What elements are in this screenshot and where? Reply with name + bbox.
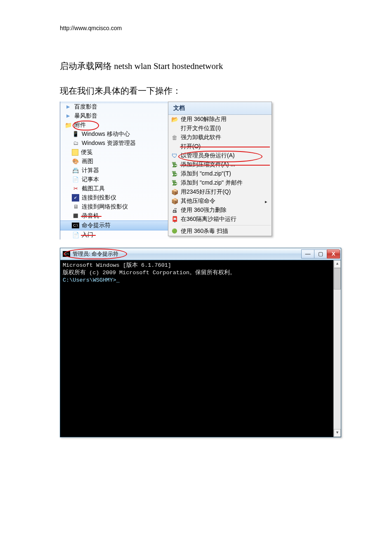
zip2-icon [168,189,181,195]
startmenu-item-label: 画图 [82,158,93,165]
context-menu-item[interactable]: 添加到 "cmd.zip"(T) [168,169,272,178]
context-menu-item[interactable]: 以管理员身份运行(A) [168,151,272,160]
rec-icon [72,212,79,220]
context-menu-item-label: 添加到压缩文件(A) ... [181,161,267,168]
shield-icon [168,152,181,159]
snip-icon [72,185,79,192]
context-menu-item-label: 其他压缩命令 [181,197,265,205]
start-menu-panel: 百度影音暴风影音附件Windows 移动中心Windows 资源管理器便笺画图计… [60,102,168,240]
context-menu-item[interactable]: 在360隔离沙箱中运行 [168,215,272,224]
context-menu-item[interactable]: 添加到 "cmd.zip" 并邮件 [168,178,272,187]
media-icon [64,103,72,111]
paint-icon [72,158,79,165]
media-icon [64,112,72,120]
context-menu-item-label: 添加到 "cmd.zip"(T) [181,170,267,178]
separator [182,225,271,225]
context-menu: 文档使用 360解除占用打开文件位置(I)强力卸载此软件打开(O)以管理员身份运… [168,102,272,236]
startmenu-item[interactable]: 截图工具 [60,184,168,193]
context-menu-item[interactable]: 使用 360强力删除 [168,206,272,215]
context-menu-item[interactable]: 打开文件位置(I) [168,124,272,133]
startmenu-item[interactable]: Windows 移动中心 [60,130,168,139]
context-menu-item[interactable]: 其他压缩命令 [168,197,272,206]
startmenu-item-label: 截图工具 [82,185,105,192]
context-menu-item-label: 在360隔离沙箱中运行 [181,216,267,223]
context-menu-item[interactable]: 强力卸载此软件 [168,133,272,142]
startmenu-item-label: 命令提示符 [82,222,111,229]
startmenu-item[interactable]: 记事本 [60,175,168,184]
context-menu-item-label: 以管理员身份运行(A) [181,152,267,159]
startmenu-item[interactable]: 便笺 [60,148,168,157]
startmenu-item[interactable]: 入门 [60,230,168,240]
startmenu-item-label: 附件 [74,121,86,129]
context-menu-item-label: 添加到 "cmd.zip" 并邮件 [181,179,267,187]
startmenu-item-label: 录音机 [82,212,99,220]
context-menu-item[interactable]: 用2345好压打开(Q) [168,187,272,197]
subheading: 现在我们来具体的看一下操作： [60,85,332,97]
cmd-icon [63,251,70,257]
scan-icon [168,228,181,234]
startmenu-item-label: 连接到网络投影仪 [82,203,128,211]
zip2-icon [168,198,181,204]
mobile-icon [72,130,79,138]
startmenu-item[interactable]: 附件 [60,121,168,130]
startmenu-item[interactable]: 计算器 [60,166,168,175]
zip-icon [168,171,181,177]
context-menu-item-label: 用2345好压打开(Q) [181,188,267,196]
startmenu-item[interactable]: 命令提示符 [60,221,168,230]
context-menu-item-label: 使用 360解除占用 [181,116,267,123]
startmenu-item-label: 连接到投影仪 [82,194,116,202]
startmenu-item-label: Windows 资源管理器 [82,140,136,147]
startmenu-item-label: 记事本 [82,176,99,183]
startmenu-item[interactable]: 暴风影音 [60,111,168,121]
cmd-title: 管理员: 命令提示符 [73,250,118,258]
screenshot-startmenu-context: 百度影音暴风影音附件Windows 移动中心Windows 资源管理器便笺画图计… [60,102,272,240]
cmd-terminal[interactable]: Microsoft Windows [版本 6.1.7601]版权所有 (c) … [60,260,341,437]
startmenu-item-label: 便笺 [81,149,92,156]
context-menu-item[interactable]: 打开(O) [168,142,272,151]
startmenu-item[interactable]: Windows 资源管理器 [60,139,168,148]
startmenu-item-label: 百度影音 [74,103,97,111]
submenu-arrow-icon [265,198,267,204]
page-url: http://www.qmcisco.com [60,25,332,31]
context-menu-item-label: 强力卸载此软件 [181,134,267,141]
startmenu-item[interactable]: 画图 [60,157,168,166]
minimize-button[interactable]: — [301,249,314,259]
maximize-button[interactable]: ▢ [314,249,327,259]
startmenu-item[interactable]: 连接到网络投影仪 [60,202,168,211]
folder-icon [64,121,72,129]
startmenu-item[interactable]: 录音机 [60,211,168,221]
context-menu-item[interactable]: 使用 360杀毒 扫描 [168,227,272,236]
context-menu-item-label: 使用 360强力删除 [181,206,267,214]
startmenu-item[interactable]: 连接到投影仪 [60,193,168,202]
open-icon [168,116,181,123]
box-icon [168,216,181,223]
context-menu-item[interactable]: 添加到压缩文件(A) ... [168,160,272,169]
window-buttons: — ▢ X [301,249,340,259]
cmd-titlebar: 管理员: 命令提示符 — ▢ X [60,248,341,260]
terminal-line: 版权所有 (c) 2009 Microsoft Corporation。保留所有… [63,269,338,277]
scroll-thumb[interactable] [334,268,341,289]
startmenu-item-label: 入门 [82,231,93,239]
explorer-icon [72,140,79,147]
calc-icon [72,167,79,174]
startmenu-item[interactable]: 百度影音 [60,102,168,111]
cmd-icon [72,223,79,228]
proj-icon [72,194,79,202]
startmenu-item-label: 计算器 [82,167,99,174]
context-menu-item-label: 打开文件位置(I) [181,125,267,132]
context-menu-header: 文档 [168,102,272,115]
context-menu-item[interactable]: 使用 360解除占用 [168,115,272,124]
netproj-icon [72,203,79,211]
close-button[interactable]: X [327,249,340,259]
trash-icon [168,134,181,141]
scrollbar-vertical[interactable]: ▲ ▼ [333,260,341,437]
startmenu-item-label: 暴风影音 [74,112,97,120]
scroll-down-button[interactable]: ▼ [334,429,341,437]
scroll-up-button[interactable]: ▲ [334,260,341,268]
zip-icon [168,180,181,186]
startmenu-item-label: Windows 移动中心 [82,130,130,138]
terminal-line: Microsoft Windows [版本 6.1.7601] [63,262,338,269]
context-menu-item-label: 打开(O) [181,143,267,150]
misc-icon [72,231,79,239]
zip-icon [168,161,181,168]
